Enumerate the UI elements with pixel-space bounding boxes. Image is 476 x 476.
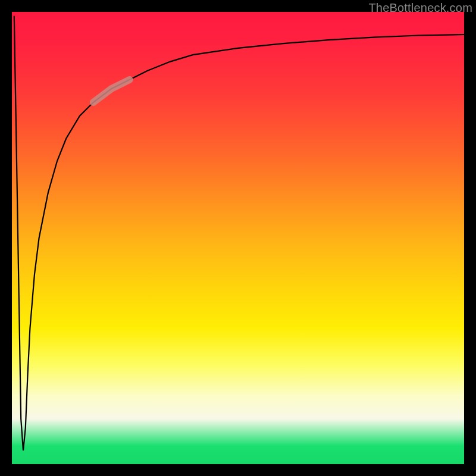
curve-highlight: [93, 80, 130, 102]
plot-area: [12, 12, 464, 464]
bottleneck-curve: [14, 17, 464, 451]
chart-frame: TheBottleneck.com: [0, 0, 476, 476]
curve-svg: [12, 12, 464, 464]
